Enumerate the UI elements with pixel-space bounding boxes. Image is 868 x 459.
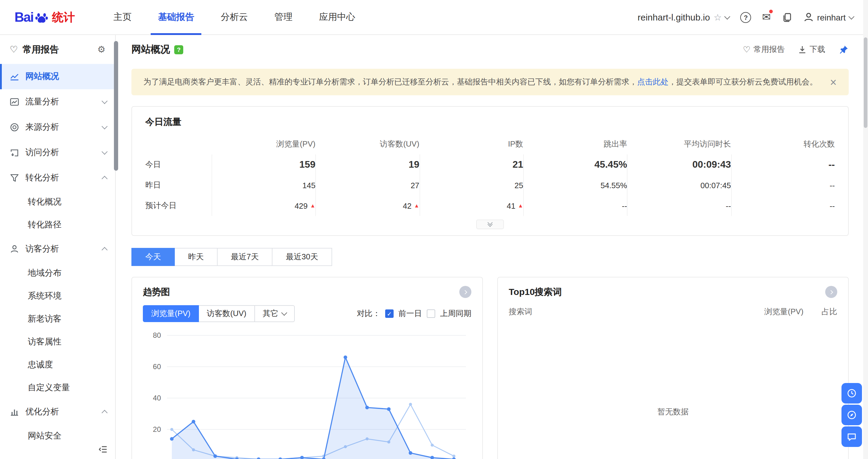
- tab-last-30-days[interactable]: 最近30天: [273, 248, 332, 266]
- area-chart-icon: [10, 97, 19, 107]
- chevron-down-icon: [281, 310, 287, 316]
- user-icon: [803, 12, 813, 22]
- gear-icon[interactable]: ⚙: [97, 44, 105, 55]
- feedback-button[interactable]: [841, 405, 862, 425]
- app-root: Bai 统计 主页 基础报告 分析云 管理 应用中心 reinhart-l.gi…: [0, 0, 868, 459]
- sidebar-item-source-analysis[interactable]: 来源分析: [0, 115, 115, 140]
- compare-prev-day-checkbox[interactable]: ✓: [385, 309, 394, 318]
- sidebar-item-traffic-analysis[interactable]: 流量分析: [0, 89, 115, 115]
- bar-chart-icon: [10, 407, 19, 417]
- sidebar-subitem-visitor-attributes[interactable]: 访客属性: [0, 331, 115, 353]
- open-trend-report-button[interactable]: [459, 286, 471, 298]
- page-scrollbar[interactable]: [863, 0, 868, 459]
- person-icon: [10, 244, 19, 254]
- trend-chart-card: 趋势图 浏览量(PV) 访客数(UV) 其它 对比： ✓ 前一日: [131, 277, 483, 459]
- trend-chart-svg: 80604020: [143, 328, 468, 459]
- row-label: 预计今日: [145, 195, 212, 216]
- chat-button[interactable]: [841, 426, 862, 447]
- pin-icon[interactable]: [838, 44, 849, 55]
- stat-value: --: [731, 175, 835, 195]
- browser-download-icon: [10, 148, 19, 157]
- sidebar: ♡ 常用报告 ⚙ 网站概况 流量分析: [0, 35, 116, 459]
- add-favorite-button[interactable]: ♡ 常用报告: [743, 44, 785, 55]
- history-button[interactable]: [841, 383, 862, 403]
- empty-state-text: 暂无数据: [509, 406, 837, 418]
- star-icon[interactable]: ☆: [714, 12, 722, 23]
- stat-value: 42▲: [315, 195, 420, 216]
- metric-pv-button[interactable]: 浏览量(PV): [143, 305, 199, 322]
- svg-text:80: 80: [153, 331, 161, 339]
- col-header-ip: IP数: [419, 134, 523, 154]
- compass-icon: [846, 409, 857, 421]
- sidebar-subitem-site-security[interactable]: 网站安全: [0, 425, 115, 448]
- col-header-bounce: 跳出率: [523, 134, 627, 154]
- sidebar-scrollbar-thumb[interactable]: [114, 41, 118, 171]
- close-icon[interactable]: ×: [830, 76, 837, 88]
- open-search-report-button[interactable]: [825, 286, 837, 298]
- sidebar-subitem-region[interactable]: 地域分布: [0, 262, 115, 285]
- stat-value: --: [731, 154, 835, 175]
- nav-item-home[interactable]: 主页: [111, 0, 134, 35]
- nav-item-analysis-cloud[interactable]: 分析云: [218, 0, 250, 35]
- tab-today[interactable]: 今天: [131, 248, 175, 266]
- page-scrollbar-thumb[interactable]: [864, 37, 867, 128]
- nav-item-app-center[interactable]: 应用中心: [317, 0, 358, 35]
- funnel-icon: [10, 173, 19, 183]
- collapse-sidebar-icon[interactable]: [98, 444, 108, 454]
- metric-other-dropdown[interactable]: 其它: [255, 305, 294, 322]
- chevron-down-icon: [724, 13, 731, 19]
- copy-report-icon[interactable]: [781, 12, 792, 23]
- line-chart-icon: [10, 72, 19, 81]
- page-help-icon[interactable]: ?: [174, 45, 183, 54]
- help-icon[interactable]: ?: [741, 12, 751, 23]
- chevron-up-icon: [101, 247, 107, 253]
- compare-last-week-checkbox[interactable]: [427, 309, 435, 318]
- top-search-card: Top10搜索词 搜索词 浏览量(PV) 占比 暂无数据: [497, 277, 849, 459]
- sidebar-subitem-new-returning[interactable]: 新老访客: [0, 308, 115, 331]
- col-keyword: 搜索词: [509, 307, 532, 317]
- stat-value: 21: [419, 154, 523, 175]
- messages-button[interactable]: ✉: [762, 11, 771, 24]
- topbar-right: reinhart-l.github.io ☆ ? ✉ reinhart: [638, 11, 854, 24]
- top-search-title: Top10搜索词: [509, 286, 562, 298]
- sidebar-subitem-conversion-overview[interactable]: 转化概况: [0, 191, 115, 213]
- target-icon: [10, 122, 19, 132]
- sidebar-item-visitor-analysis[interactable]: 访客分析: [0, 236, 115, 262]
- up-arrow-icon: ▲: [310, 203, 315, 209]
- expand-table-button[interactable]: [476, 220, 504, 229]
- compare-last-week-label: 上周同期: [440, 308, 471, 319]
- baidu-tongji-logo[interactable]: Bai 统计: [14, 9, 75, 25]
- svg-text:40: 40: [153, 394, 161, 402]
- sidebar-item-conversion-analysis[interactable]: 转化分析: [0, 165, 115, 191]
- page-header: 网站概况 ? ♡ 常用报告 下载: [131, 35, 849, 64]
- username: reinhart: [817, 12, 846, 22]
- sidebar-subitem-conversion-path[interactable]: 转化路径: [0, 213, 115, 236]
- sidebar-subitem-custom-variables[interactable]: 自定义变量: [0, 376, 115, 399]
- chevron-down-icon: [101, 149, 107, 155]
- nav-item-manage[interactable]: 管理: [272, 0, 295, 35]
- primary-nav: 主页 基础报告 分析云 管理 应用中心: [100, 0, 369, 35]
- today-traffic-card: 今日流量 浏览量(PV) 访客数(UV) IP数 跳出率 平均访问时长 转化次数…: [131, 106, 849, 236]
- sidebar-item-optimization-analysis[interactable]: 优化分析: [0, 399, 115, 425]
- today-traffic-title: 今日流量: [145, 116, 835, 128]
- site-selector[interactable]: reinhart-l.github.io ☆: [638, 12, 730, 23]
- mail-icon: ✉: [762, 11, 771, 23]
- user-menu[interactable]: reinhart: [803, 12, 854, 22]
- tab-last-7-days[interactable]: 最近7天: [218, 248, 273, 266]
- stat-value: --: [523, 195, 627, 216]
- sidebar-item-visit-analysis[interactable]: 访问分析: [0, 140, 115, 165]
- notice-link[interactable]: 点击此处: [637, 77, 669, 86]
- sidebar-subitem-loyalty[interactable]: 忠诚度: [0, 353, 115, 376]
- download-button[interactable]: 下载: [798, 44, 825, 55]
- trend-chart: 80604020: [143, 328, 471, 459]
- logo-text-tongji: 统计: [52, 9, 75, 25]
- nav-item-basic-report[interactable]: 基础报告: [156, 0, 197, 35]
- chevron-down-icon: [101, 98, 107, 104]
- stat-value: 145: [212, 175, 315, 195]
- stat-value: 45.45%: [523, 154, 627, 175]
- sidebar-item-site-overview[interactable]: 网站概况: [0, 64, 115, 89]
- sidebar-subitem-system-env[interactable]: 系统环境: [0, 285, 115, 308]
- up-arrow-icon: ▲: [414, 203, 419, 209]
- tab-yesterday[interactable]: 昨天: [175, 248, 218, 266]
- metric-uv-button[interactable]: 访客数(UV): [199, 305, 255, 322]
